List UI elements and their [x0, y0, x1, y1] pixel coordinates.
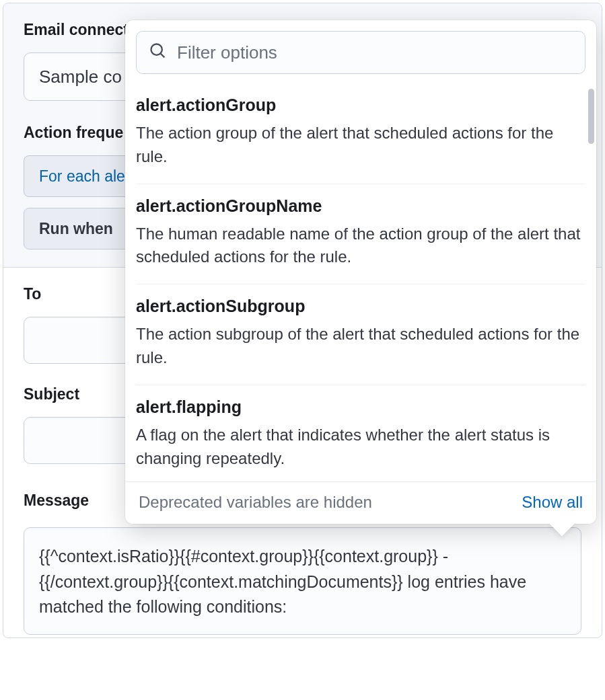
option-desc: The action group of the alert that sched… — [136, 122, 585, 169]
run-when-label: Run when — [39, 220, 113, 238]
message-label: Message — [24, 492, 89, 510]
popover-footer: Deprecated variables are hidden Show all — [125, 481, 596, 524]
option-desc: The human readable name of the action gr… — [136, 223, 585, 270]
option-item[interactable]: alert.actionSubgroup The action subgroup… — [136, 284, 585, 385]
options-list[interactable]: alert.actionGroup The action group of th… — [125, 83, 596, 481]
option-item[interactable]: alert.actionGroup The action group of th… — [136, 83, 585, 184]
svg-point-7 — [151, 44, 162, 55]
option-item[interactable]: alert.flapping A flag on the alert that … — [136, 385, 585, 481]
option-desc: The action subgroup of the alert that sc… — [136, 323, 585, 370]
filter-input[interactable] — [177, 42, 573, 63]
option-title: alert.actionGroupName — [136, 196, 585, 216]
for-each-alert-label: For each ale — [39, 167, 125, 186]
filter-box[interactable] — [136, 31, 585, 74]
option-title: alert.flapping — [136, 397, 585, 417]
svg-line-8 — [161, 54, 165, 58]
connector-selected-value: Sample co — [39, 67, 122, 87]
show-all-link[interactable]: Show all — [522, 493, 583, 512]
option-title: alert.actionSubgroup — [136, 297, 585, 316]
search-icon — [149, 42, 168, 63]
option-title: alert.actionGroup — [136, 95, 585, 115]
deprecated-note: Deprecated variables are hidden — [139, 493, 372, 512]
filter-wrap — [125, 20, 596, 83]
scrollbar-thumb[interactable] — [588, 89, 594, 144]
message-textarea[interactable] — [24, 527, 581, 635]
variable-popover: alert.actionGroup The action group of th… — [125, 20, 596, 524]
option-item[interactable]: alert.actionGroupName The human readable… — [136, 184, 585, 285]
option-desc: A flag on the alert that indicates wheth… — [136, 424, 585, 471]
